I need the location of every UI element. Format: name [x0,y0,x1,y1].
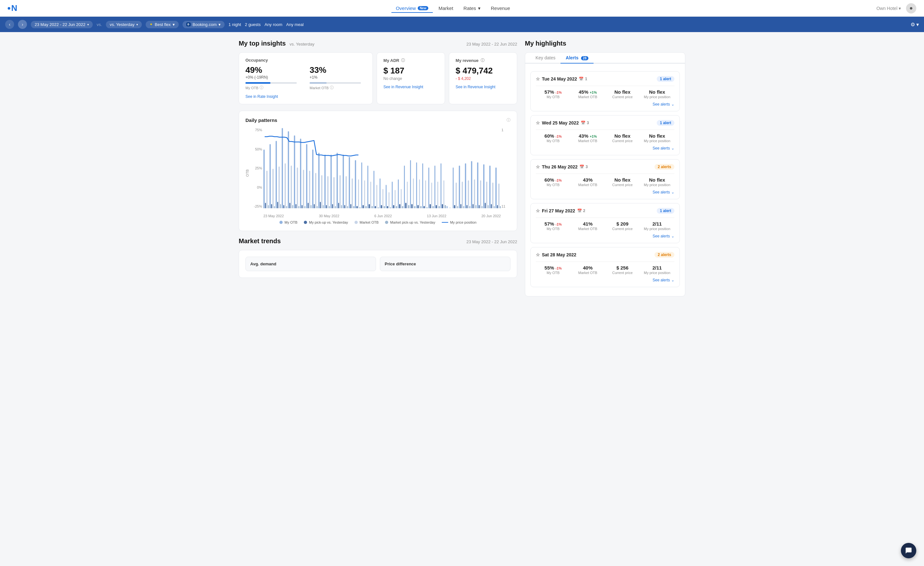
insight-cards: Occupancy 49% +0% (-19RN) My OTB [239,52,517,104]
alert-metrics-1: 60% -1% My OTB 43% +1% Market OTB No fle… [536,133,674,143]
nav-market[interactable]: Market [434,3,458,13]
bar-pickup [290,203,291,208]
bar-marketotb [315,173,316,208]
bar-marketotb [266,171,268,208]
alert-metric-0-3: No flex My price position [640,89,674,99]
left-panel: My top insights vs. Yesterday 23 May 202… [239,40,517,296]
bar-group-12 [336,128,342,208]
bar-pickup [393,205,394,208]
highlights-tabs: Key dates Alerts 28 [525,53,685,63]
alert-metric-2-1: 43% Market OTB [570,177,605,187]
date-range-chip[interactable]: 23 May 2022 - 22 Jun 2022 ▾ [31,21,93,28]
alert-metric-2-3: No flex My price position [640,177,674,187]
bar-myotb [465,163,466,208]
alert-date-row-4: ☆ Sat 28 May 2022 2 alerts [536,252,674,258]
user-avatar[interactable]: ● [906,3,916,14]
alert-metric-1-1: 43% +1% Market OTB [570,133,605,143]
insights-title: My top insights [239,40,286,47]
cal-badge-2: 📅 3 [579,165,588,169]
flex-chip[interactable]: ✦ Best flex ▾ [146,21,179,28]
bar-group-37 [489,128,495,208]
bar-group-19 [380,128,385,208]
market-otb-bar-wrap [310,82,361,84]
see-alerts-btn-1[interactable]: See alerts ⌄ [652,146,674,150]
nav-right: Own Hotel ▾ ● [876,3,916,14]
bar-marketotb [492,183,494,208]
bar-mktpickup [457,206,459,208]
bar-marketotb [486,182,488,208]
bar-myotb [392,182,393,208]
revenue-see-insight[interactable]: See in Revenue Insight [456,85,510,89]
comparison-chip[interactable]: vs. Yesterday ▾ [106,21,142,28]
bar-mktpickup [365,206,367,208]
bar-marketotb [456,183,457,208]
market-occ-change: +1% [310,75,361,80]
bar-marketotb [297,168,298,208]
alert-divider-0 [536,86,674,86]
bar-group-35 [477,128,483,208]
y-tick-25: 25% [250,166,262,170]
bar-myotb [404,165,405,208]
bar-mktpickup [426,207,428,208]
bar-myotb [276,141,277,208]
bar-mktpickup [286,206,288,208]
revenue-value: $ 479,742 [456,66,510,76]
see-alerts-btn-3[interactable]: See alerts ⌄ [652,234,674,239]
bar-marketotb [401,189,402,208]
bar-marketotb [462,182,463,208]
bar-myotb [374,171,375,208]
bar-mktpickup [390,207,391,208]
tab-alerts[interactable]: Alerts 28 [561,53,594,63]
sub-nav-vs: vs. [97,22,102,27]
bar-myotb [312,150,314,208]
bar-marketotb [425,180,426,208]
bar-marketotb [272,169,274,208]
bar-mktpickup [310,205,312,208]
bar-group-6 [300,128,305,208]
settings-gear[interactable]: ⚙ ▾ [910,21,919,28]
nav-rates[interactable]: Rates ▾ [459,3,485,13]
alert-metric-1-3: No flex My price position [640,133,674,143]
bar-myotb [380,179,381,208]
see-alerts-btn-0[interactable]: See alerts ⌄ [652,102,674,107]
bar-pickup [460,204,462,208]
bar-group-36 [483,128,489,208]
bar-mktpickup [372,206,373,208]
alert-row-0: ☆ Tue 24 May 2022 📅 1 1 alert 57% -1% My… [530,71,680,111]
nav-prev-btn[interactable]: ‹ [5,20,14,29]
alert-date-row-2: ☆ Thu 26 May 2022 📅 3 2 alerts [536,164,674,170]
bar-myotb [343,155,344,208]
bar-mktpickup [329,206,330,208]
main-content: My top insights vs. Yesterday 23 May 202… [231,32,693,304]
see-alerts-btn-2[interactable]: See alerts ⌄ [652,190,674,194]
booking-chip[interactable]: B Booking.com ▾ [183,21,225,28]
bar-myotb [270,144,271,208]
nav-revenue[interactable]: Revenue [486,3,514,13]
alert-date-row-3: ☆ Fri 27 May 2022 📅 2 1 alert [536,208,674,214]
occ-see-insight[interactable]: See in Rate Insight [245,95,366,99]
see-alerts-row-0: See alerts ⌄ [536,102,674,107]
nav-next-btn[interactable]: › [18,20,27,29]
bar-mktpickup [341,205,342,208]
bar-myotb [288,131,289,208]
bar-pickup [478,205,480,208]
nav-overview[interactable]: Overview New [392,3,433,13]
bar-mktpickup [347,206,348,208]
bar-pickup [472,204,474,208]
bar-marketotb [309,171,310,208]
bar-mktpickup [323,205,324,208]
alert-metric-0-0: 57% -1% My OTB [536,89,570,99]
alert-date-row-0: ☆ Tue 24 May 2022 📅 1 1 alert [536,76,674,82]
logo[interactable]: N [8,3,16,13]
bar-mktpickup [353,206,354,208]
bar-myotb [368,165,369,208]
bar-pickup [454,205,455,208]
tab-key-dates[interactable]: Key dates [530,53,561,63]
logo-letter: N [11,3,16,13]
see-alerts-btn-4[interactable]: See alerts ⌄ [652,278,674,282]
legend-mktpickup-dot [385,221,388,224]
adr-see-insight[interactable]: See in Revenue Insight [383,85,438,89]
hotel-selector[interactable]: Own Hotel ▾ [876,6,901,11]
bar-group-15 [355,128,360,208]
legend-marketotb-dot [354,221,358,224]
